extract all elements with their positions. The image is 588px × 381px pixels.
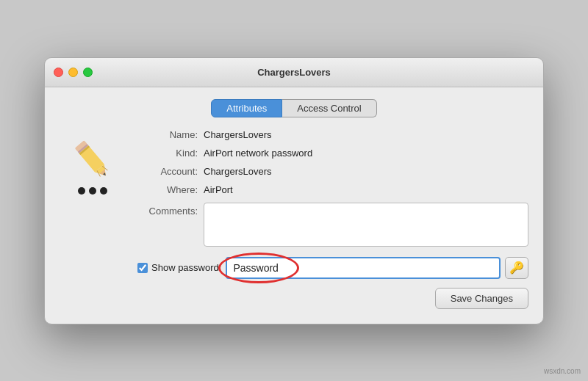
icon-area xyxy=(60,129,126,309)
save-changes-button[interactable]: Save Changes xyxy=(435,288,528,309)
tab-access-control[interactable]: Access Control xyxy=(282,99,376,117)
account-row: Account: ChargersLovers xyxy=(137,166,528,177)
fields-area: Name: ChargersLovers Kind: AirPort netwo… xyxy=(137,129,528,309)
save-row: Save Changes xyxy=(137,288,528,309)
where-value: AirPort xyxy=(204,184,233,195)
kind-row: Kind: AirPort network password xyxy=(137,148,528,159)
key-button[interactable]: 🔑 xyxy=(505,257,528,279)
maximize-button[interactable] xyxy=(83,68,93,77)
password-input[interactable] xyxy=(226,257,501,279)
comments-row: Comments: xyxy=(137,203,528,247)
main-area: Name: ChargersLovers Kind: AirPort netwo… xyxy=(60,129,528,309)
key-icon: 🔑 xyxy=(509,261,524,275)
titlebar: ChargersLovers xyxy=(45,58,543,87)
dot-3 xyxy=(100,187,107,195)
window-title: ChargersLovers xyxy=(257,67,331,78)
show-password-checkbox[interactable] xyxy=(137,263,148,273)
name-row: Name: ChargersLovers xyxy=(137,129,528,140)
where-row: Where: AirPort xyxy=(137,184,528,195)
dot-1 xyxy=(78,187,85,195)
password-dots xyxy=(78,187,107,195)
close-button[interactable] xyxy=(54,68,63,77)
show-password-label[interactable]: Show password: xyxy=(137,262,221,273)
name-label: Name: xyxy=(137,129,204,140)
name-value: ChargersLovers xyxy=(204,129,272,140)
kind-value: AirPort network password xyxy=(204,148,312,159)
comments-label: Comments: xyxy=(137,206,204,217)
traffic-lights xyxy=(54,68,93,77)
password-input-wrapper xyxy=(226,257,501,279)
show-password-text: Show password: xyxy=(151,262,221,273)
password-row: Show password: 🔑 xyxy=(137,257,528,279)
dot-2 xyxy=(89,187,96,195)
account-label: Account: xyxy=(137,166,204,177)
minimize-button[interactable] xyxy=(68,68,78,77)
pencil-icon xyxy=(69,137,117,184)
comments-input[interactable] xyxy=(204,203,528,247)
kind-label: Kind: xyxy=(137,148,204,159)
where-label: Where: xyxy=(137,184,204,195)
window-content: Attributes Access Control xyxy=(45,87,543,324)
tab-bar: Attributes Access Control xyxy=(60,99,528,117)
watermark: wsxdn.com xyxy=(544,367,581,375)
tab-attributes[interactable]: Attributes xyxy=(211,99,282,117)
window: ChargersLovers Attributes Access Control xyxy=(44,57,544,324)
account-value: ChargersLovers xyxy=(204,166,272,177)
